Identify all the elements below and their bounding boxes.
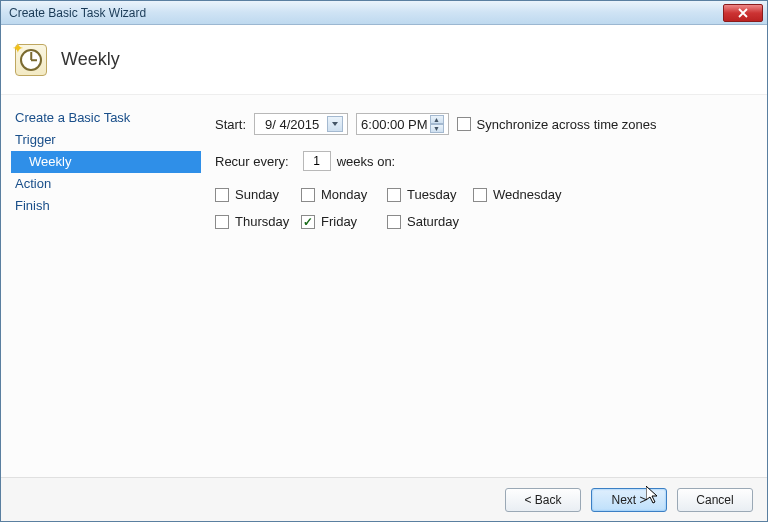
sidebar-item-trigger[interactable]: Trigger	[11, 129, 201, 151]
friday-checkbox[interactable]	[301, 215, 315, 229]
time-picker[interactable]: 6:00:00 PM ▲ ▼	[356, 113, 449, 135]
start-row: Start: 9/ 4/2015 6:00:00 PM ▲ ▼ Synchron…	[215, 113, 753, 135]
days-grid: Sunday Monday Tuesday Wednesday Thursday	[215, 187, 753, 229]
recur-suffix: weeks on:	[337, 154, 396, 169]
cancel-button[interactable]: Cancel	[677, 488, 753, 512]
tuesday-label: Tuesday	[407, 187, 456, 202]
day-sunday: Sunday	[215, 187, 301, 202]
date-dropdown-button[interactable]	[327, 116, 343, 132]
thursday-checkbox[interactable]	[215, 215, 229, 229]
day-tuesday: Tuesday	[387, 187, 473, 202]
footer: < Back Next > Cancel	[1, 477, 767, 521]
wednesday-checkbox[interactable]	[473, 188, 487, 202]
sync-label: Synchronize across time zones	[477, 117, 657, 132]
day-thursday: Thursday	[215, 214, 301, 229]
calendar-dropdown-icon	[331, 120, 339, 128]
day-wednesday: Wednesday	[473, 187, 573, 202]
wizard-window: Create Basic Task Wizard ✦ Weekly Create…	[0, 0, 768, 522]
sidebar-item-weekly[interactable]: Weekly	[11, 151, 201, 173]
content-pane: Start: 9/ 4/2015 6:00:00 PM ▲ ▼ Synchron…	[201, 95, 767, 477]
sidebar-item-create-task[interactable]: Create a Basic Task	[11, 107, 201, 129]
wizard-header: ✦ Weekly	[1, 25, 767, 95]
sidebar-item-finish[interactable]: Finish	[11, 195, 201, 217]
sidebar-item-action[interactable]: Action	[11, 173, 201, 195]
page-title: Weekly	[61, 49, 120, 70]
window-title: Create Basic Task Wizard	[9, 6, 723, 20]
close-button[interactable]	[723, 4, 763, 22]
wednesday-label: Wednesday	[493, 187, 561, 202]
sidebar: Create a Basic Task Trigger Weekly Actio…	[1, 95, 201, 477]
saturday-checkbox[interactable]	[387, 215, 401, 229]
back-button[interactable]: < Back	[505, 488, 581, 512]
time-spinner: ▲ ▼	[430, 115, 444, 133]
wizard-body: Create a Basic Task Trigger Weekly Actio…	[1, 95, 767, 477]
time-spin-up[interactable]: ▲	[430, 115, 444, 124]
start-label: Start:	[215, 117, 246, 132]
monday-checkbox[interactable]	[301, 188, 315, 202]
sunday-checkbox[interactable]	[215, 188, 229, 202]
recur-row: Recur every: weeks on:	[215, 151, 753, 171]
date-picker[interactable]: 9/ 4/2015	[254, 113, 348, 135]
time-value: 6:00:00 PM	[361, 117, 428, 132]
tuesday-checkbox[interactable]	[387, 188, 401, 202]
close-icon	[738, 8, 748, 18]
time-spin-down[interactable]: ▼	[430, 124, 444, 133]
thursday-label: Thursday	[235, 214, 289, 229]
sunday-label: Sunday	[235, 187, 279, 202]
day-saturday: Saturday	[387, 214, 473, 229]
recur-label: Recur every:	[215, 154, 289, 169]
clock-icon: ✦	[15, 44, 47, 76]
date-value: 9/ 4/2015	[259, 117, 325, 132]
recur-input[interactable]	[303, 151, 331, 171]
saturday-label: Saturday	[407, 214, 459, 229]
day-monday: Monday	[301, 187, 387, 202]
next-button[interactable]: Next >	[591, 488, 667, 512]
friday-label: Friday	[321, 214, 357, 229]
titlebar: Create Basic Task Wizard	[1, 1, 767, 25]
day-friday: Friday	[301, 214, 387, 229]
monday-label: Monday	[321, 187, 367, 202]
sync-checkbox[interactable]	[457, 117, 471, 131]
